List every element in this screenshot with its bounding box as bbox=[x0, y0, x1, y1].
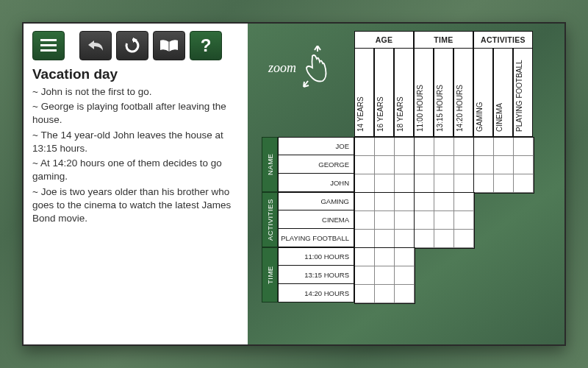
undo-button[interactable] bbox=[79, 31, 112, 60]
row-label: GEORGE bbox=[278, 155, 354, 174]
grid-cell[interactable] bbox=[434, 230, 454, 248]
row-label: 13:15 HOURS bbox=[278, 266, 354, 284]
grid-cell[interactable] bbox=[454, 193, 474, 211]
svg-rect-2 bbox=[40, 49, 57, 52]
grid-cell[interactable] bbox=[454, 211, 474, 230]
grid-cell[interactable] bbox=[434, 138, 454, 156]
grid-cell[interactable] bbox=[514, 138, 534, 156]
grid-cell[interactable] bbox=[454, 138, 474, 156]
grid-cell[interactable] bbox=[355, 230, 375, 248]
grid-cell[interactable] bbox=[375, 230, 395, 248]
grid-cell[interactable] bbox=[375, 156, 395, 174]
row-label: JOHN bbox=[278, 174, 354, 192]
grid-cell[interactable] bbox=[395, 266, 415, 285]
col-label: 11:00 HOURS bbox=[414, 49, 434, 137]
clue: ~ At 14:20 hours one of them decides to … bbox=[32, 157, 239, 183]
left-panel: ? Vacation day ~ John is not the first t… bbox=[24, 24, 248, 344]
grid-cell[interactable] bbox=[415, 193, 434, 211]
grid-cell[interactable] bbox=[415, 174, 434, 193]
clue: ~ George is playing football after leavi… bbox=[32, 100, 239, 127]
grid-cell[interactable] bbox=[514, 156, 534, 174]
grid-cell[interactable] bbox=[375, 248, 395, 266]
grid-cell[interactable] bbox=[395, 230, 415, 248]
grid-cell[interactable] bbox=[454, 174, 474, 193]
restart-icon bbox=[124, 38, 140, 54]
grid-panel: zoom AGE TIME ACTIVITIES 14 YEARS 16 YEA… bbox=[248, 24, 564, 344]
grid-cell[interactable] bbox=[355, 285, 375, 303]
grid-cell[interactable] bbox=[395, 138, 415, 156]
clue: ~ Joe is two years older than his brothe… bbox=[32, 185, 239, 226]
grid-cell[interactable] bbox=[494, 156, 514, 174]
grid-cell[interactable] bbox=[514, 174, 534, 193]
grid-cell[interactable] bbox=[355, 266, 375, 285]
col-label: 14 YEARS bbox=[354, 49, 374, 137]
help-button[interactable]: ? bbox=[190, 31, 222, 60]
grid-cell[interactable] bbox=[415, 138, 434, 156]
grid-cell[interactable] bbox=[355, 156, 375, 174]
row-label: 11:00 HOURS bbox=[278, 247, 354, 266]
grid-cell[interactable] bbox=[474, 138, 494, 156]
col-label: GAMING bbox=[473, 49, 493, 137]
col-group-time: TIME bbox=[414, 31, 473, 49]
clue: ~ The 14 year-old John leaves the house … bbox=[32, 129, 239, 155]
row-label: PLAYING FOOTBALL bbox=[278, 229, 354, 247]
toolbar: ? bbox=[32, 31, 239, 60]
grid-section bbox=[354, 137, 415, 194]
clue: ~ John is not the first to go. bbox=[32, 85, 239, 99]
grid-cell[interactable] bbox=[375, 285, 395, 303]
grid-cell[interactable] bbox=[355, 211, 375, 230]
menu-button[interactable] bbox=[32, 31, 65, 60]
grid-section bbox=[473, 137, 534, 194]
book-button[interactable] bbox=[153, 31, 185, 60]
grid-cell[interactable] bbox=[395, 211, 415, 230]
grid-cell[interactable] bbox=[355, 193, 375, 211]
grid-cell[interactable] bbox=[395, 174, 415, 193]
row-label: GAMING bbox=[278, 192, 354, 210]
col-group-age: AGE bbox=[354, 31, 414, 49]
col-label: 16 YEARS bbox=[374, 49, 394, 137]
row-label: CINEMA bbox=[278, 210, 354, 229]
grid-cell[interactable] bbox=[355, 174, 375, 193]
grid-cell[interactable] bbox=[474, 174, 494, 193]
grid-cell[interactable] bbox=[395, 248, 415, 266]
puzzle-title: Vacation day bbox=[32, 66, 239, 82]
row-group-activities: ACTIVITIES bbox=[262, 192, 278, 247]
grid-cell[interactable] bbox=[454, 156, 474, 174]
grid-cell[interactable] bbox=[375, 266, 395, 285]
row-group-name: NAME bbox=[262, 137, 278, 192]
col-label: 18 YEARS bbox=[394, 49, 414, 137]
grid-cell[interactable] bbox=[415, 211, 434, 230]
restart-button[interactable] bbox=[116, 31, 148, 60]
grid-cell[interactable] bbox=[395, 156, 415, 174]
grid-cell[interactable] bbox=[494, 138, 514, 156]
svg-rect-0 bbox=[40, 39, 57, 41]
grid-cell[interactable] bbox=[375, 174, 395, 193]
col-label: 13:15 HOURS bbox=[434, 49, 453, 137]
grid-cell[interactable] bbox=[375, 211, 395, 230]
grid-cell[interactable] bbox=[395, 193, 415, 211]
grid-cell[interactable] bbox=[494, 174, 514, 193]
grid-cell[interactable] bbox=[434, 174, 454, 193]
grid-cell[interactable] bbox=[454, 230, 474, 248]
menu-icon bbox=[40, 39, 57, 52]
logic-grid: AGE TIME ACTIVITIES 14 YEARS 16 YEARS 18… bbox=[268, 31, 554, 337]
grid-cell[interactable] bbox=[355, 248, 375, 266]
grid-cell[interactable] bbox=[415, 156, 434, 174]
undo-icon bbox=[87, 38, 104, 53]
grid-cell[interactable] bbox=[355, 138, 375, 156]
book-icon bbox=[159, 39, 179, 52]
grid-cell[interactable] bbox=[375, 138, 395, 156]
grid-cell[interactable] bbox=[375, 193, 395, 211]
grid-cell[interactable] bbox=[434, 193, 454, 211]
clues-panel: Vacation day ~ John is not the first to … bbox=[32, 66, 239, 225]
grid-section bbox=[354, 192, 415, 249]
grid-cell[interactable] bbox=[434, 156, 454, 174]
grid-cell[interactable] bbox=[395, 285, 415, 303]
grid-section bbox=[414, 137, 475, 194]
grid-cell[interactable] bbox=[415, 230, 434, 248]
grid-cell[interactable] bbox=[434, 211, 454, 230]
game-card: ? Vacation day ~ John is not the first t… bbox=[22, 22, 566, 346]
help-icon: ? bbox=[201, 35, 212, 56]
col-label: PLAYING FOOTBALL bbox=[513, 49, 533, 137]
grid-cell[interactable] bbox=[474, 156, 494, 174]
